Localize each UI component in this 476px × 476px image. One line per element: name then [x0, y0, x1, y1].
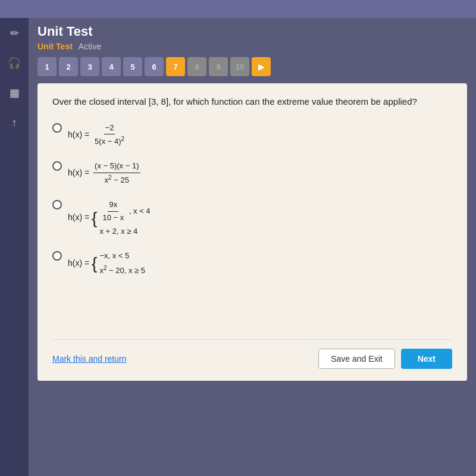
- fraction-a: −2 5(x − 4)2: [93, 122, 126, 149]
- piecewise-d: { −x, x < 5 x2 − 20, x ≥ 5: [92, 250, 145, 277]
- option-d-content: h(x) = { −x, x < 5 x2 − 20, x ≥ 5: [68, 250, 145, 277]
- radio-d[interactable]: [52, 251, 62, 261]
- nav-btn-3[interactable]: 3: [80, 57, 99, 76]
- option-d: h(x) = { −x, x < 5 x2 − 20, x ≥ 5: [52, 250, 452, 277]
- main-layout: ✏ 🎧 ▦ ↑ Unit Test Unit Test Active 1 2 3…: [0, 18, 476, 476]
- nav-btn-2[interactable]: 2: [59, 57, 78, 76]
- nav-btn-1[interactable]: 1: [37, 57, 57, 76]
- nav-btn-6[interactable]: 6: [145, 57, 164, 76]
- nav-btn-5[interactable]: 5: [123, 57, 142, 76]
- breadcrumb: Unit Test Active: [37, 42, 467, 51]
- option-b: h(x) = (x − 5)(x − 1) x2 − 25: [52, 160, 452, 187]
- breadcrumb-link[interactable]: Unit Test: [37, 42, 73, 51]
- nav-btn-8[interactable]: 8: [187, 57, 206, 76]
- fraction-b: (x − 5)(x − 1) x2 − 25: [93, 160, 140, 187]
- footer-buttons: Save and Exit Next: [318, 349, 452, 369]
- nav-btn-7[interactable]: 7: [166, 57, 185, 76]
- card-footer: Mark this and return Save and Exit Next: [52, 339, 452, 369]
- content-area: Unit Test Unit Test Active 1 2 3 4 5 6 7…: [29, 18, 476, 476]
- top-bar: [0, 0, 476, 18]
- up-arrow-icon[interactable]: ↑: [5, 113, 24, 132]
- next-button[interactable]: Next: [401, 349, 452, 369]
- nav-btn-4[interactable]: 4: [102, 57, 121, 76]
- option-b-content: h(x) = (x − 5)(x − 1) x2 − 25: [68, 160, 142, 187]
- sidebar: ✏ 🎧 ▦ ↑: [0, 18, 29, 476]
- nav-btn-9[interactable]: 9: [209, 57, 228, 76]
- headphone-icon[interactable]: 🎧: [5, 54, 24, 73]
- radio-b[interactable]: [52, 161, 62, 171]
- breadcrumb-status: Active: [79, 42, 101, 51]
- option-c: h(x) = { 9x 10 − x , x < 4: [52, 199, 452, 237]
- question-nav: 1 2 3 4 5 6 7 8 9 10 ▶: [37, 57, 467, 76]
- pencil-icon[interactable]: ✏: [5, 24, 24, 43]
- question-card: Over the closed interval [3, 8], for whi…: [37, 83, 467, 381]
- options-list: h(x) = −2 5(x − 4)2 h(x) =: [52, 122, 452, 277]
- radio-a[interactable]: [52, 123, 62, 133]
- nav-next-arrow[interactable]: ▶: [252, 57, 271, 76]
- option-a-content: h(x) = −2 5(x − 4)2: [68, 122, 127, 149]
- save-exit-button[interactable]: Save and Exit: [318, 349, 394, 369]
- option-a: h(x) = −2 5(x − 4)2: [52, 122, 452, 149]
- option-c-content: h(x) = { 9x 10 − x , x < 4: [68, 199, 151, 237]
- piecewise-c: { 9x 10 − x , x < 4 x: [92, 199, 151, 237]
- nav-btn-10[interactable]: 10: [230, 57, 249, 76]
- question-body: Over the closed interval [3, 8], for whi…: [52, 95, 452, 277]
- calendar-icon[interactable]: ▦: [5, 83, 24, 102]
- mark-return-button[interactable]: Mark this and return: [52, 354, 127, 364]
- question-text: Over the closed interval [3, 8], for whi…: [52, 95, 452, 109]
- radio-c[interactable]: [52, 200, 62, 209]
- page-title: Unit Test: [37, 24, 467, 39]
